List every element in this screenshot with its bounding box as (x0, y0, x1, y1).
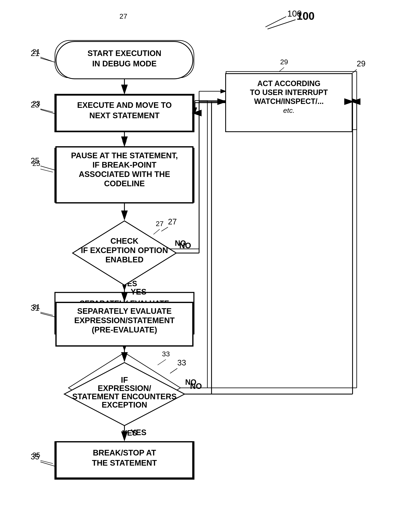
text-35-1: BREAK/STOP AT (93, 448, 156, 457)
text-23-2: NEXT STATEMENT (89, 111, 160, 120)
text-29-4: etc. (283, 106, 295, 114)
text-23-1: EXECUTE AND MOVE TO (77, 101, 172, 110)
svg-line-12 (267, 20, 296, 29)
text-35-2: THE STATEMENT (92, 459, 157, 467)
text-25-3: ASSOCIATED WITH THE (79, 170, 170, 179)
text-21-1: START EXECUTION (87, 49, 161, 58)
diagram-id: 100 (296, 10, 315, 22)
text-33-3: STATEMENT ENCOUNTERS (72, 392, 176, 401)
label-23: 23 (31, 100, 39, 109)
text-33-1: IF (121, 376, 128, 384)
svg-line-18 (40, 313, 55, 317)
text-29-1: ACT ACCORDING (257, 79, 321, 88)
label-33: 33 (177, 358, 186, 367)
no-27-label: NO (179, 241, 191, 250)
label-27: 27 (168, 217, 177, 226)
label-25: 25 (31, 156, 39, 165)
svg-line-20 (40, 462, 55, 466)
text-29-3: WATCH/INSPECT/... (254, 97, 324, 105)
text-31-3: (PRE-EVALUATE) (92, 325, 157, 334)
text-27-1: CHECK (110, 237, 139, 245)
svg-line-15 (40, 166, 55, 170)
text-21-2: IN DEBUG MODE (92, 59, 157, 68)
yes-33-label: YES (131, 428, 146, 437)
svg-line-13 (40, 58, 55, 62)
text-25-4: CODELINE (104, 179, 145, 188)
svg-line-16 (161, 227, 168, 231)
text-31-2: EXPRESSION/STATEMENT (74, 316, 175, 325)
text-27-2: IF EXCEPTION OPTION (81, 246, 168, 255)
svg-line-19 (170, 368, 177, 373)
flowchart-clean: 100 21 START EXECUTION IN DEBUG MODE 23 … (0, 0, 410, 532)
no-33-label: NO (190, 382, 202, 390)
label-29: 29 (357, 59, 365, 68)
text-33-4: EXCEPTION (102, 400, 147, 409)
svg-line-14 (40, 110, 55, 114)
text-25-1: PAUSE AT THE STATEMENT, (71, 151, 178, 160)
yes-27-label: YES (131, 287, 146, 296)
label-31: 31 (31, 304, 39, 312)
text-31-1: SEPARATELY EVALUATE (77, 307, 172, 315)
label-35: 35 (31, 452, 39, 461)
text-29-2: TO USER INTERRUPT (250, 88, 328, 97)
text-27-3: ENABLED (105, 255, 143, 264)
text-33-2: EXPRESSION/ (98, 384, 151, 393)
text-25-2: IF BREAK-POINT (93, 161, 156, 169)
label-21: 21 (31, 49, 39, 58)
